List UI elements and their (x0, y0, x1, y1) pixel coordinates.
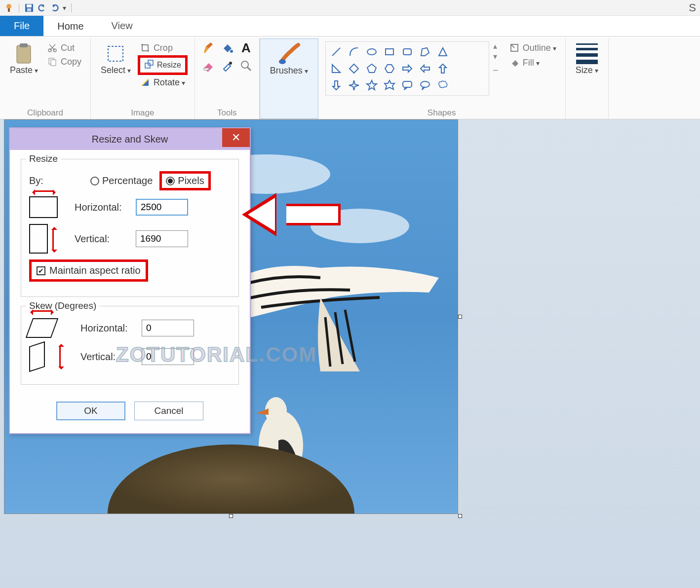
vertical-input[interactable] (136, 230, 188, 247)
quick-access-toolbar: ▾ S (0, 0, 700, 16)
radio-pixels-highlighted[interactable]: Pixels (159, 171, 210, 190)
shapes-gallery[interactable] (325, 41, 489, 96)
select-button[interactable]: Select (98, 41, 134, 77)
shape-right-triangle-icon[interactable] (328, 61, 345, 76)
skew-horizontal-input[interactable] (142, 320, 194, 336)
shape-callout-rounded-icon[interactable] (399, 77, 416, 93)
text-tool-icon[interactable]: A (239, 41, 252, 56)
resize-skew-dialog: Resize and Skew ✕ Resize By: Percentage … (9, 127, 251, 434)
redo-icon[interactable] (50, 3, 60, 13)
paste-icon (13, 43, 34, 64)
rotate-button[interactable]: Rotate (138, 76, 188, 89)
app-title-partial: S (689, 1, 696, 14)
shape-4star-icon[interactable] (346, 77, 362, 93)
shape-diamond-icon[interactable] (346, 61, 362, 76)
svg-point-24 (367, 49, 376, 55)
svg-rect-27 (403, 81, 412, 87)
maintain-label: Maintain aspect ratio (49, 265, 141, 276)
size-label: Size (576, 65, 598, 75)
svg-point-22 (279, 59, 286, 64)
radio-percentage[interactable]: Percentage (90, 175, 153, 186)
separator (19, 3, 19, 12)
size-button[interactable]: Size (573, 41, 601, 77)
crop-button[interactable]: Crop (138, 41, 188, 54)
app-icon (4, 3, 14, 13)
group-shapes: ▴ ▾ ⎯ Outline Fill Shapes (318, 38, 566, 119)
shape-5star-icon[interactable] (363, 77, 380, 93)
shape-callout-cloud-icon[interactable] (434, 77, 451, 93)
ok-button[interactable]: OK (56, 402, 125, 420)
by-label: By: (29, 175, 83, 186)
close-icon: ✕ (232, 131, 240, 144)
eraser-tool-icon[interactable] (202, 59, 215, 74)
shapes-scroll-up-icon[interactable]: ▴ (493, 41, 498, 51)
magnifier-tool-icon[interactable] (239, 59, 252, 74)
group-size: Size (566, 38, 609, 119)
shape-curve-icon[interactable] (346, 44, 362, 60)
selection-handle[interactable] (458, 514, 462, 518)
fill-button[interactable]: Fill (507, 56, 558, 69)
selection-handle[interactable] (229, 514, 233, 518)
group-brushes: Brushes (260, 38, 318, 119)
color-picker-tool-icon[interactable] (221, 59, 233, 74)
shape-6star-icon[interactable] (381, 77, 398, 93)
outline-icon (509, 42, 520, 53)
svg-rect-26 (403, 49, 411, 55)
tab-view[interactable]: View (98, 16, 147, 36)
svg-rect-1 (8, 8, 10, 12)
selection-handle[interactable] (458, 315, 462, 319)
horizontal-resize-icon (29, 196, 58, 218)
svg-rect-13 (108, 46, 123, 61)
tab-file[interactable]: File (0, 16, 43, 36)
shape-arrow-left-icon[interactable] (417, 61, 433, 76)
shape-arrow-right-icon[interactable] (399, 61, 416, 76)
shape-arrow-down-icon[interactable] (328, 77, 345, 93)
shapes-scroll-down-icon[interactable]: ▾ (493, 52, 498, 61)
shape-arrow-up-icon[interactable] (434, 61, 451, 76)
group-label-tools: Tools (217, 106, 237, 118)
shape-pentagon-icon[interactable] (363, 61, 380, 76)
group-image: Select Crop Resize (91, 38, 195, 119)
shapes-more-icon[interactable]: ⎯ (493, 62, 498, 71)
paste-label: Paste (10, 65, 38, 75)
maintain-aspect-highlighted[interactable]: ✔ Maintain aspect ratio (29, 259, 148, 282)
svg-rect-18 (204, 68, 209, 70)
svg-rect-14 (145, 63, 150, 68)
shape-triangle-icon[interactable] (434, 44, 451, 60)
fill-tool-icon[interactable] (221, 41, 233, 56)
shape-line-icon[interactable] (328, 44, 345, 60)
radio-icon (90, 177, 99, 185)
paste-button[interactable]: Paste (7, 41, 41, 77)
save-icon[interactable] (24, 3, 34, 13)
resize-legend: Resize (26, 153, 61, 164)
tab-home[interactable]: Home (43, 16, 97, 36)
cut-button[interactable]: Cut (45, 41, 83, 54)
shape-roundrect-icon[interactable] (399, 44, 416, 60)
rotate-icon (140, 77, 151, 88)
outline-button[interactable]: Outline (507, 41, 558, 54)
svg-line-23 (332, 48, 340, 56)
rotate-label: Rotate (154, 77, 185, 88)
checkbox-icon: ✔ (37, 266, 45, 275)
shape-callout-oval-icon[interactable] (417, 77, 433, 93)
brushes-button[interactable]: Brushes (267, 42, 311, 78)
group-clipboard: Paste Cut Copy Clipboard (0, 38, 91, 119)
percentage-label: Percentage (102, 175, 153, 186)
dialog-titlebar[interactable]: Resize and Skew ✕ (10, 128, 250, 150)
shape-oval-icon[interactable] (363, 44, 380, 60)
cancel-button[interactable]: Cancel (134, 402, 203, 420)
group-label-clipboard: Clipboard (27, 106, 63, 118)
copy-button[interactable]: Copy (45, 55, 83, 68)
shape-rect-icon[interactable] (381, 44, 398, 60)
shape-polygon-icon[interactable] (417, 44, 433, 60)
shape-hexagon-icon[interactable] (381, 61, 398, 76)
resize-button-highlighted[interactable]: Resize (138, 55, 188, 75)
horizontal-input[interactable] (136, 199, 188, 216)
skew-vertical-icon (29, 341, 45, 372)
dialog-close-button[interactable]: ✕ (222, 128, 250, 147)
crop-icon (140, 42, 151, 53)
pencil-tool-icon[interactable] (202, 41, 215, 56)
qat-dropdown-icon[interactable]: ▾ (63, 4, 66, 12)
undo-icon[interactable] (37, 3, 47, 13)
select-icon (105, 43, 126, 64)
